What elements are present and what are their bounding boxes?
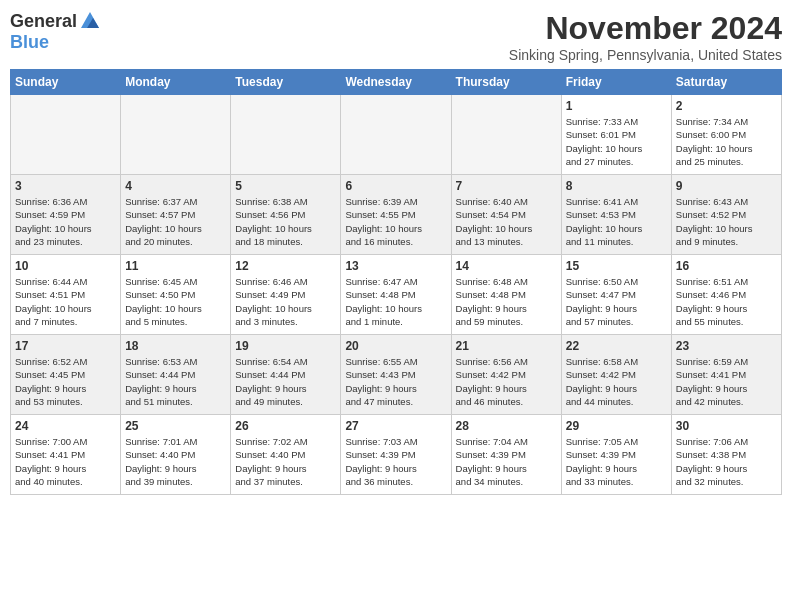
- day-info: Sunrise: 6:38 AM Sunset: 4:56 PM Dayligh…: [235, 195, 336, 248]
- calendar-cell: 3Sunrise: 6:36 AM Sunset: 4:59 PM Daylig…: [11, 175, 121, 255]
- day-info: Sunrise: 7:04 AM Sunset: 4:39 PM Dayligh…: [456, 435, 557, 488]
- calendar-cell: 4Sunrise: 6:37 AM Sunset: 4:57 PM Daylig…: [121, 175, 231, 255]
- day-info: Sunrise: 6:46 AM Sunset: 4:49 PM Dayligh…: [235, 275, 336, 328]
- calendar-cell: 2Sunrise: 7:34 AM Sunset: 6:00 PM Daylig…: [671, 95, 781, 175]
- calendar-cell: 29Sunrise: 7:05 AM Sunset: 4:39 PM Dayli…: [561, 415, 671, 495]
- calendar-cell: 5Sunrise: 6:38 AM Sunset: 4:56 PM Daylig…: [231, 175, 341, 255]
- logo-general-text: General: [10, 11, 77, 32]
- day-info: Sunrise: 7:01 AM Sunset: 4:40 PM Dayligh…: [125, 435, 226, 488]
- day-number: 13: [345, 259, 446, 273]
- day-number: 25: [125, 419, 226, 433]
- calendar-cell: 8Sunrise: 6:41 AM Sunset: 4:53 PM Daylig…: [561, 175, 671, 255]
- calendar-week-row: 24Sunrise: 7:00 AM Sunset: 4:41 PM Dayli…: [11, 415, 782, 495]
- location-subtitle: Sinking Spring, Pennsylvania, United Sta…: [509, 47, 782, 63]
- logo: General Blue: [10, 10, 101, 53]
- day-info: Sunrise: 6:55 AM Sunset: 4:43 PM Dayligh…: [345, 355, 446, 408]
- day-info: Sunrise: 7:34 AM Sunset: 6:00 PM Dayligh…: [676, 115, 777, 168]
- day-info: Sunrise: 6:53 AM Sunset: 4:44 PM Dayligh…: [125, 355, 226, 408]
- day-number: 28: [456, 419, 557, 433]
- calendar-cell: 11Sunrise: 6:45 AM Sunset: 4:50 PM Dayli…: [121, 255, 231, 335]
- day-info: Sunrise: 7:00 AM Sunset: 4:41 PM Dayligh…: [15, 435, 116, 488]
- day-number: 11: [125, 259, 226, 273]
- calendar-week-row: 10Sunrise: 6:44 AM Sunset: 4:51 PM Dayli…: [11, 255, 782, 335]
- day-number: 21: [456, 339, 557, 353]
- day-number: 4: [125, 179, 226, 193]
- weekday-header: Thursday: [451, 70, 561, 95]
- day-number: 15: [566, 259, 667, 273]
- day-number: 20: [345, 339, 446, 353]
- day-info: Sunrise: 6:37 AM Sunset: 4:57 PM Dayligh…: [125, 195, 226, 248]
- calendar-header-row: SundayMondayTuesdayWednesdayThursdayFrid…: [11, 70, 782, 95]
- calendar-cell: 14Sunrise: 6:48 AM Sunset: 4:48 PM Dayli…: [451, 255, 561, 335]
- calendar-week-row: 3Sunrise: 6:36 AM Sunset: 4:59 PM Daylig…: [11, 175, 782, 255]
- day-number: 5: [235, 179, 336, 193]
- day-number: 23: [676, 339, 777, 353]
- day-info: Sunrise: 6:40 AM Sunset: 4:54 PM Dayligh…: [456, 195, 557, 248]
- day-number: 16: [676, 259, 777, 273]
- weekday-header: Wednesday: [341, 70, 451, 95]
- calendar-cell: 12Sunrise: 6:46 AM Sunset: 4:49 PM Dayli…: [231, 255, 341, 335]
- calendar-cell: 10Sunrise: 6:44 AM Sunset: 4:51 PM Dayli…: [11, 255, 121, 335]
- calendar-cell: 18Sunrise: 6:53 AM Sunset: 4:44 PM Dayli…: [121, 335, 231, 415]
- calendar-cell: 22Sunrise: 6:58 AM Sunset: 4:42 PM Dayli…: [561, 335, 671, 415]
- day-number: 6: [345, 179, 446, 193]
- day-number: 17: [15, 339, 116, 353]
- day-info: Sunrise: 7:06 AM Sunset: 4:38 PM Dayligh…: [676, 435, 777, 488]
- day-info: Sunrise: 6:58 AM Sunset: 4:42 PM Dayligh…: [566, 355, 667, 408]
- calendar-cell: [231, 95, 341, 175]
- calendar-cell: 9Sunrise: 6:43 AM Sunset: 4:52 PM Daylig…: [671, 175, 781, 255]
- calendar-cell: 30Sunrise: 7:06 AM Sunset: 4:38 PM Dayli…: [671, 415, 781, 495]
- day-info: Sunrise: 6:39 AM Sunset: 4:55 PM Dayligh…: [345, 195, 446, 248]
- day-info: Sunrise: 6:41 AM Sunset: 4:53 PM Dayligh…: [566, 195, 667, 248]
- day-info: Sunrise: 6:44 AM Sunset: 4:51 PM Dayligh…: [15, 275, 116, 328]
- day-info: Sunrise: 7:33 AM Sunset: 6:01 PM Dayligh…: [566, 115, 667, 168]
- day-info: Sunrise: 6:54 AM Sunset: 4:44 PM Dayligh…: [235, 355, 336, 408]
- day-info: Sunrise: 7:03 AM Sunset: 4:39 PM Dayligh…: [345, 435, 446, 488]
- day-number: 22: [566, 339, 667, 353]
- day-info: Sunrise: 6:52 AM Sunset: 4:45 PM Dayligh…: [15, 355, 116, 408]
- day-info: Sunrise: 6:50 AM Sunset: 4:47 PM Dayligh…: [566, 275, 667, 328]
- day-info: Sunrise: 6:51 AM Sunset: 4:46 PM Dayligh…: [676, 275, 777, 328]
- day-info: Sunrise: 6:36 AM Sunset: 4:59 PM Dayligh…: [15, 195, 116, 248]
- calendar-cell: 16Sunrise: 6:51 AM Sunset: 4:46 PM Dayli…: [671, 255, 781, 335]
- calendar-cell: [121, 95, 231, 175]
- day-number: 27: [345, 419, 446, 433]
- calendar-week-row: 1Sunrise: 7:33 AM Sunset: 6:01 PM Daylig…: [11, 95, 782, 175]
- logo-blue-text: Blue: [10, 32, 49, 53]
- day-number: 7: [456, 179, 557, 193]
- weekday-header: Sunday: [11, 70, 121, 95]
- calendar-cell: 1Sunrise: 7:33 AM Sunset: 6:01 PM Daylig…: [561, 95, 671, 175]
- weekday-header: Monday: [121, 70, 231, 95]
- day-info: Sunrise: 6:48 AM Sunset: 4:48 PM Dayligh…: [456, 275, 557, 328]
- day-number: 18: [125, 339, 226, 353]
- calendar-cell: 26Sunrise: 7:02 AM Sunset: 4:40 PM Dayli…: [231, 415, 341, 495]
- day-info: Sunrise: 6:43 AM Sunset: 4:52 PM Dayligh…: [676, 195, 777, 248]
- day-info: Sunrise: 7:05 AM Sunset: 4:39 PM Dayligh…: [566, 435, 667, 488]
- day-number: 10: [15, 259, 116, 273]
- calendar-cell: 7Sunrise: 6:40 AM Sunset: 4:54 PM Daylig…: [451, 175, 561, 255]
- calendar-cell: 6Sunrise: 6:39 AM Sunset: 4:55 PM Daylig…: [341, 175, 451, 255]
- day-number: 19: [235, 339, 336, 353]
- calendar-cell: [451, 95, 561, 175]
- day-number: 24: [15, 419, 116, 433]
- day-info: Sunrise: 6:45 AM Sunset: 4:50 PM Dayligh…: [125, 275, 226, 328]
- weekday-header: Saturday: [671, 70, 781, 95]
- logo-icon: [79, 10, 101, 32]
- day-info: Sunrise: 7:02 AM Sunset: 4:40 PM Dayligh…: [235, 435, 336, 488]
- day-number: 30: [676, 419, 777, 433]
- day-number: 12: [235, 259, 336, 273]
- day-number: 1: [566, 99, 667, 113]
- calendar-table: SundayMondayTuesdayWednesdayThursdayFrid…: [10, 69, 782, 495]
- calendar-body: 1Sunrise: 7:33 AM Sunset: 6:01 PM Daylig…: [11, 95, 782, 495]
- day-info: Sunrise: 6:47 AM Sunset: 4:48 PM Dayligh…: [345, 275, 446, 328]
- calendar-cell: [341, 95, 451, 175]
- day-number: 26: [235, 419, 336, 433]
- calendar-cell: 13Sunrise: 6:47 AM Sunset: 4:48 PM Dayli…: [341, 255, 451, 335]
- calendar-week-row: 17Sunrise: 6:52 AM Sunset: 4:45 PM Dayli…: [11, 335, 782, 415]
- calendar-cell: 24Sunrise: 7:00 AM Sunset: 4:41 PM Dayli…: [11, 415, 121, 495]
- calendar-cell: 25Sunrise: 7:01 AM Sunset: 4:40 PM Dayli…: [121, 415, 231, 495]
- day-number: 9: [676, 179, 777, 193]
- title-block: November 2024 Sinking Spring, Pennsylvan…: [509, 10, 782, 63]
- weekday-header: Friday: [561, 70, 671, 95]
- day-number: 3: [15, 179, 116, 193]
